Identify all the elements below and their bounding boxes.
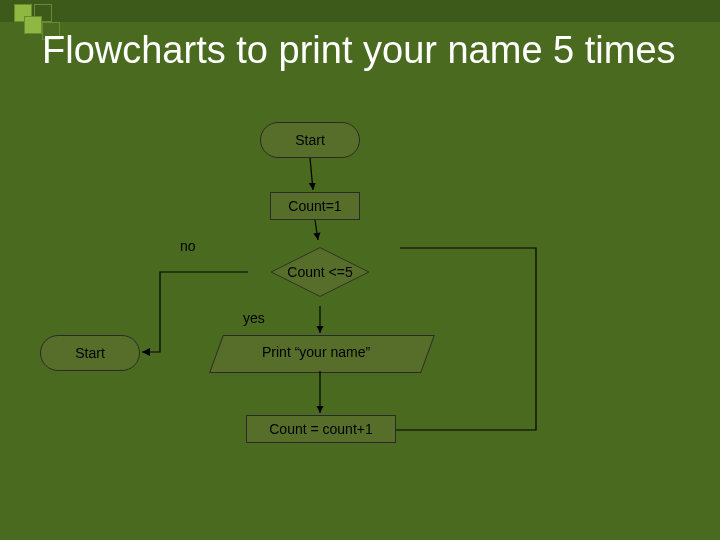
slide-title: Flowcharts to print your name 5 times (42, 28, 676, 72)
svg-line-0 (310, 158, 313, 190)
increment-process: Count = count+1 (246, 415, 396, 443)
print-label: Print “your name” (262, 344, 370, 360)
start-label: Start (295, 132, 325, 148)
increment-label: Count = count+1 (269, 421, 373, 437)
yes-label: yes (243, 310, 265, 326)
init-process: Count=1 (270, 192, 360, 220)
no-label: no (180, 238, 196, 254)
decoration-square (24, 16, 42, 34)
init-label: Count=1 (288, 198, 341, 214)
start-node: Start (260, 122, 360, 158)
svg-marker-2 (142, 348, 150, 356)
decision-node: Count <=5 (240, 237, 400, 307)
end-label: Start (75, 345, 105, 361)
top-bar (0, 0, 720, 22)
end-node: Start (40, 335, 140, 371)
decision-label: Count <=5 (240, 264, 400, 280)
